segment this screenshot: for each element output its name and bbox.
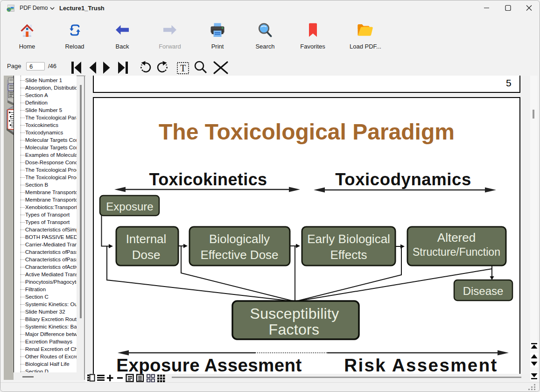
svg-text:T: T	[180, 63, 186, 73]
svg-text:Risk Assesment: Risk Assesment	[344, 355, 498, 375]
svg-text:Effects: Effects	[330, 248, 367, 262]
svg-text:Exposure: Exposure	[106, 200, 153, 213]
svg-text:Early Biological: Early Biological	[307, 232, 390, 246]
svg-text:Toxicokinetics: Toxicokinetics	[149, 170, 267, 189]
svg-text:Altered: Altered	[437, 231, 476, 245]
svg-text:The Toxicological Paradigm: The Toxicological Paradigm	[159, 119, 455, 144]
svg-text:Structure/Function: Structure/Function	[413, 246, 500, 258]
svg-text:Disease: Disease	[463, 285, 504, 297]
svg-text:Exposure Assesment: Exposure Assesment	[116, 355, 302, 375]
svg-text:Factors: Factors	[269, 321, 320, 338]
svg-text:Effective Dose: Effective Dose	[200, 248, 278, 262]
svg-text:Biologically: Biologically	[209, 232, 270, 246]
svg-text:Internal: Internal	[126, 232, 167, 246]
svg-text:Dose: Dose	[132, 248, 161, 262]
svg-text:Susceptibility: Susceptibility	[250, 305, 339, 322]
svg-text:Toxicodynamics: Toxicodynamics	[335, 170, 471, 189]
